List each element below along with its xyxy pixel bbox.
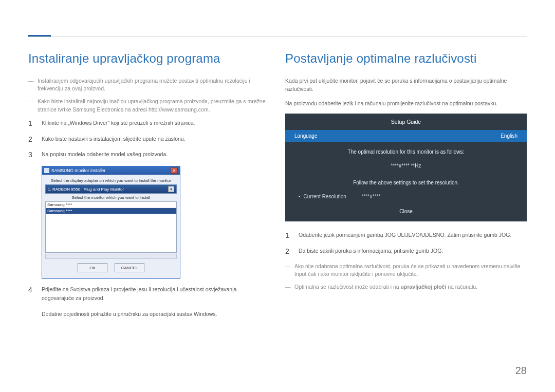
right-note-2-bold: upravljačkoj ploči — [401, 284, 447, 290]
close-icon[interactable]: × — [171, 167, 178, 174]
right-step-1-text: Odaberite jezik pomicanjem gumba JOG ULI… — [299, 232, 511, 238]
right-intro-1: Kada prvi put uključite monitor, pojavit… — [285, 77, 527, 94]
osd-panel: Setup Guide Language English The optimal… — [285, 114, 527, 221]
left-step-3: 3Na popisu modela odaberite model vašeg … — [28, 150, 270, 159]
osd-language-row[interactable]: Language English — [285, 130, 527, 142]
left-step-3-text: Na popisu modela odaberite model vašeg p… — [42, 151, 168, 157]
right-note-1: Ako nije odabrana optimalna razlučivost,… — [285, 263, 527, 278]
installer-adapter-combo[interactable]: 1. RADEON 9550 : Plug and Play Monitor ▾ — [45, 184, 177, 194]
right-note-2: Optimalna se razlučivost može odabrati i… — [285, 283, 527, 291]
left-column: Instaliranje upravljačkog programa Insta… — [28, 51, 270, 318]
right-heading: Postavljanje optimalne razlučivosti — [285, 51, 527, 66]
osd-message: The optimal resolution for this monitor … — [285, 142, 527, 157]
right-step-2-text: Da biste sakrili poruku s informacijama,… — [299, 248, 443, 254]
left-step-1: 1Kliknite na „Windows Driver" koji ste p… — [28, 119, 270, 127]
right-note-2a: Optimalna se razlučivost može odabrati i… — [294, 284, 401, 290]
osd-title: Setup Guide — [285, 114, 527, 130]
installer-title: SAMSUNG monitor installer — [51, 168, 105, 173]
osd-follow: Follow the above settings to set the res… — [285, 175, 527, 194]
osd-language-label: Language — [294, 133, 318, 139]
left-step-4-text: Prijeđite na Svojstva prikaza i provjeri… — [42, 286, 236, 301]
osd-close[interactable]: Close — [285, 209, 527, 214]
left-step-1-text: Kliknite na „Windows Driver" koji ste pr… — [42, 120, 195, 126]
right-note-2c: na računalu. — [446, 284, 477, 290]
right-intro-2: Na proizvodu odaberite jezik i na računa… — [285, 100, 527, 108]
osd-language-value: English — [501, 133, 517, 139]
right-column: Postavljanje optimalne razlučivosti Kada… — [285, 51, 527, 296]
installer-progressbar — [45, 254, 177, 259]
installer-line1: Select the display adapter on which you … — [45, 178, 177, 183]
osd-resolution: ****x**** **Hz — [285, 157, 527, 175]
installer-adapter-value: 1. RADEON 9550 : Plug and Play Monitor — [48, 187, 124, 192]
left-step-2: 2Kako biste nastavili s instalacijom sli… — [28, 135, 270, 143]
list-item[interactable]: Samsung **** — [46, 202, 176, 208]
installer-titlebar: SAMSUNG monitor installer × — [42, 166, 180, 175]
left-note-1: Instaliranjem odgovarajućih upravljačkih… — [28, 77, 270, 92]
installer-listbox[interactable]: Samsung **** Samsung **** — [45, 201, 177, 253]
ok-button[interactable]: OK — [78, 263, 107, 272]
header-rule — [28, 36, 527, 36]
installer-line2: Select the monitor which you want to ins… — [45, 195, 177, 200]
osd-current-label: Current Resolution — [299, 194, 346, 199]
right-step-2: 2Da biste sakrili poruku s informacijama… — [285, 247, 527, 255]
left-heading: Instaliranje upravljačkog programa — [28, 51, 270, 66]
left-step-4: 4Prijeđite na Svojstva prikaza i provjer… — [28, 285, 270, 303]
list-item[interactable]: Samsung **** — [46, 208, 176, 214]
cancel-button[interactable]: CANCEL — [115, 263, 144, 272]
right-step-1: 1Odaberite jezik pomicanjem gumba JOG UL… — [285, 231, 527, 239]
left-note-2: Kako biste instalirali najnoviju inačicu… — [28, 98, 270, 113]
installer-app-icon — [44, 168, 49, 173]
chevron-down-icon[interactable]: ▾ — [168, 186, 174, 192]
left-step-4-sub: Dodatne pojedinosti potražite u priručni… — [28, 310, 270, 318]
left-step-2-text: Kako biste nastavili s instalacijom slij… — [42, 136, 186, 142]
osd-current-value: ****x**** — [362, 194, 380, 199]
installer-dialog: SAMSUNG monitor installer × Select the d… — [42, 166, 180, 279]
page-number: 28 — [515, 365, 527, 377]
